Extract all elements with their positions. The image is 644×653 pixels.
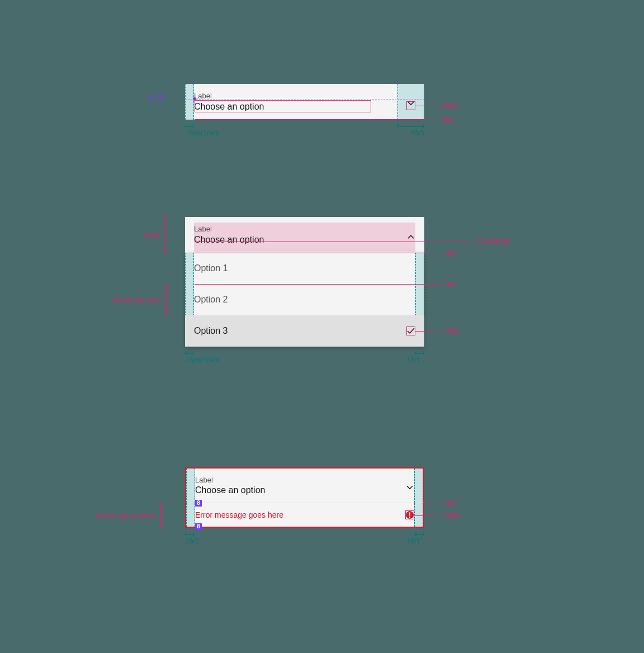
measure-padding-right: 48/3 [397,124,424,137]
option-label: Option 2 [194,295,228,305]
callout-rule: 1px [443,498,456,507]
padding-guide-left [185,84,194,120]
measure-option-height: Varies by size [112,284,167,315]
dropdown-value: Choose an option [194,235,415,245]
callout-line [424,503,440,503]
callout-line [415,106,438,106]
error-message: Error message goes here [195,510,283,519]
dropdown-option[interactable]: Option 1 [185,253,424,284]
dropdown-value: Choose an option [195,485,414,495]
icon-bounds-outline [406,326,415,335]
dropdown-label: Label [195,476,414,485]
callout-icon-size: 16px [443,326,460,335]
spacing-marker-8: 8 [195,500,202,507]
bottom-rule-outline [195,119,425,120]
dropdown-label: Label [194,225,415,234]
dropdown[interactable]: Label Choose an option [185,217,424,253]
dropdown-option[interactable]: Option 2 [185,284,424,315]
callout-line [415,331,440,332]
padding-guide-right [414,469,423,503]
divider-outline [195,284,425,285]
padding-guide-left [186,469,195,503]
callout-line [424,284,440,285]
chevron-down-icon [405,483,414,492]
callout-1px: 1px [443,248,456,257]
measure-padding-right: 16/1 [415,351,424,364]
text-bounds-outline [195,100,371,112]
dropdown-menu: Option 1 Option 2 Option 3 [185,253,424,347]
callout-rule-size: 1px [441,115,454,124]
dropdown[interactable]: Label Choose an option [185,84,424,120]
callout-icon-size: 16px [441,101,458,110]
callout-centered: Centered [478,236,510,245]
measure-padding-left: 16px/1rem [185,124,194,137]
spacing-marker-8: 8 [195,523,202,530]
measure-padding-left: 16px/1rem [185,351,194,364]
dropdown-error[interactable]: Label Choose an option [185,467,424,503]
measure-error-height: Varies by content [96,503,162,528]
icon-bounds-outline [406,101,415,110]
option-label: Option 3 [194,326,228,336]
error-row: Error message goes here 8 8 [185,503,424,528]
padding-guide-right [414,503,423,527]
icon-bounds-outline [405,510,414,519]
dropdown-error-spec: Label Choose an option Error message goe… [185,467,424,528]
callout-line [415,515,440,516]
callout-baseline-gap: 4/.25 [147,93,164,102]
dropdown-open-spec: Label Choose an option 64/4 Centered Opt… [185,217,424,347]
dropdown-closed-spec: Label Choose an option 4/.25 16px 1px 16… [185,84,424,120]
option-label: Option 1 [194,263,228,273]
divider-outline [195,253,425,253]
measure-header-height: 64/4 [145,217,167,253]
callout-line [424,120,438,120]
chevron-up-icon [406,232,415,241]
callout-icon-size: 16px [443,510,460,519]
baseline-guide [185,99,424,100]
measure-padding-right: 16/1 [415,532,424,545]
dropdown-option-hovered[interactable]: Option 3 [185,315,424,347]
padding-guide-left [186,503,195,527]
center-guide [195,242,474,242]
measure-padding-left: 16/1 [185,532,194,545]
callout-1px: 1px [443,279,456,288]
callout-line [424,253,440,253]
